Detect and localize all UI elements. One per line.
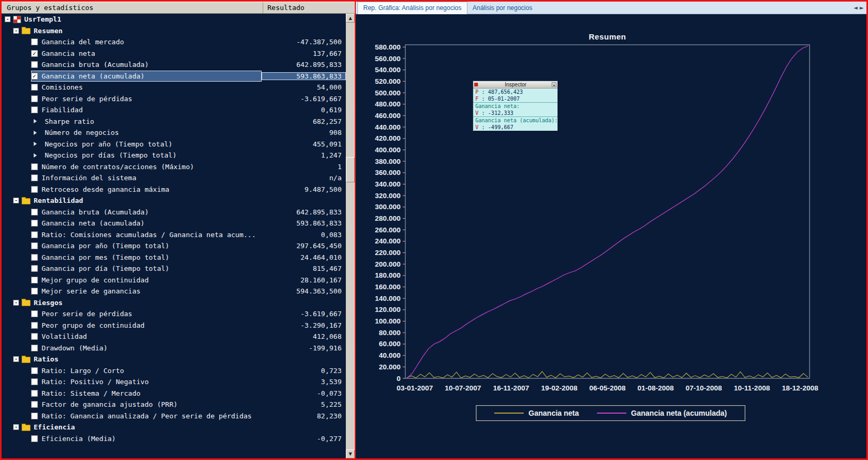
stat-checkbox[interactable] bbox=[31, 378, 38, 385]
stat-checkbox[interactable] bbox=[31, 38, 38, 45]
stat-checkbox[interactable] bbox=[31, 401, 38, 408]
tree-stat-row[interactable]: ✓Ganancia neta (acumulada)593.863,833 bbox=[2, 71, 346, 82]
stat-checkbox[interactable] bbox=[31, 322, 38, 329]
stat-label: Retroceso desde ganancia máxima bbox=[42, 185, 169, 193]
expand-toggle[interactable]: - bbox=[5, 16, 11, 22]
svg-text:260.000: 260.000 bbox=[375, 226, 401, 234]
stat-checkbox[interactable] bbox=[31, 288, 38, 295]
statistics-header: Grupos y estadísticos Resultado bbox=[2, 2, 355, 14]
tree-stat-row[interactable]: Ratio: Largo / Corto0,723 bbox=[2, 365, 346, 377]
tree-stat-row[interactable]: Negocios por días (Tiempo total)1,247 bbox=[2, 150, 346, 161]
tree-stat-row[interactable]: Factor de ganancia ajustado (PRR)5,225 bbox=[2, 399, 346, 410]
tab-scroll-right-button[interactable]: ► bbox=[860, 5, 864, 11]
tree-stat-row[interactable]: Información del sisteman/a bbox=[2, 172, 346, 184]
expand-arrow-icon[interactable] bbox=[34, 119, 40, 123]
expand-arrow-icon[interactable] bbox=[34, 142, 40, 146]
stat-checkbox[interactable] bbox=[31, 163, 38, 170]
stat-checkbox[interactable] bbox=[31, 95, 38, 102]
stat-checkbox[interactable] bbox=[31, 254, 38, 261]
stat-checkbox[interactable] bbox=[31, 435, 38, 442]
tree-stat-row[interactable]: Retroceso desde ganancia máxima9.487,500 bbox=[2, 184, 346, 195]
tree-stat-row[interactable]: Ganancia neta (acumulada)593.863,833 bbox=[2, 218, 346, 229]
scrollbar-thumb[interactable] bbox=[346, 157, 355, 182]
stat-checkbox[interactable] bbox=[31, 277, 38, 283]
inspector-titlebar[interactable]: Inspector ▴ bbox=[473, 81, 557, 89]
tree-stat-row[interactable]: Ganancia bruta (Acumulada)642.895,833 bbox=[2, 207, 346, 218]
scrollbar-track[interactable] bbox=[346, 23, 355, 449]
tree-stat-row[interactable]: Ganancia del mercado-47.387,500 bbox=[2, 36, 346, 48]
tree-group-row[interactable]: -Riesgos bbox=[2, 297, 346, 309]
tree-stat-row[interactable]: Ganancia por mes (Tiempo total)24.464,01… bbox=[2, 252, 346, 263]
stat-checkbox[interactable] bbox=[31, 265, 38, 272]
legend-label: Ganancia neta bbox=[528, 409, 579, 417]
tree-stat-row[interactable]: Ratio: Positivo / Negativo3,539 bbox=[2, 376, 346, 388]
expand-toggle[interactable]: - bbox=[13, 356, 19, 362]
inspector-icon bbox=[474, 83, 478, 86]
tree-stat-row[interactable]: Peor serie de pérdidas-3.619,667 bbox=[2, 308, 346, 320]
tree-stat-row[interactable]: Sharpe ratio682,257 bbox=[2, 116, 346, 128]
tab-scroll-left-button[interactable]: ◄ bbox=[854, 5, 858, 11]
inspector-panel[interactable]: Inspector ▴ P : 487,656,423 F : 05-01-20… bbox=[473, 81, 558, 131]
tree-stat-row[interactable]: Ratio: Comisiones acumuladas / Ganancia … bbox=[2, 229, 346, 241]
tree-stat-row[interactable]: Peor grupo de continuidad-3.290,167 bbox=[2, 320, 346, 331]
stat-checkbox[interactable]: ✓ bbox=[31, 73, 38, 80]
scroll-up-button[interactable]: ▲ bbox=[346, 14, 355, 23]
svg-text:300.000: 300.000 bbox=[375, 203, 401, 211]
tree-group-row[interactable]: -Eficiencia bbox=[2, 422, 346, 433]
tree-stat-row[interactable]: Ganancia bruta (Acumulada)642.895,833 bbox=[2, 59, 346, 71]
tree-stat-row[interactable]: Mejor grupo de continuidad28.160,167 bbox=[2, 275, 346, 286]
scroll-down-button[interactable]: ▼ bbox=[346, 449, 355, 458]
tree-stat-row[interactable]: Mejor serie de ganancias594.363,500 bbox=[2, 286, 346, 297]
tree-scrollbar[interactable]: ▲ ▼ bbox=[346, 14, 355, 458]
stat-checkbox[interactable] bbox=[31, 242, 38, 249]
stat-checkbox[interactable] bbox=[31, 310, 38, 317]
stat-checkbox[interactable] bbox=[31, 84, 38, 91]
column-header-result[interactable]: Resultado bbox=[263, 2, 355, 13]
tree-stat-row[interactable]: Volatilidad412,068 bbox=[2, 331, 346, 342]
stat-checkbox[interactable] bbox=[31, 220, 38, 227]
stat-checkbox[interactable] bbox=[31, 186, 38, 193]
stat-checkbox[interactable] bbox=[31, 345, 38, 351]
stat-checkbox[interactable] bbox=[31, 333, 38, 340]
stat-checkbox[interactable] bbox=[31, 61, 38, 68]
tree-group-row[interactable]: -Rentabilidad bbox=[2, 195, 346, 207]
tree-stat-row[interactable]: Ganancia por año (Tiempo total)297.645,4… bbox=[2, 240, 346, 252]
tree-stat-row[interactable]: Número de negocios908 bbox=[2, 127, 346, 139]
expand-toggle[interactable]: - bbox=[13, 424, 19, 430]
tab-analisis-negocios[interactable]: Análisis por negocios bbox=[467, 2, 537, 14]
tree-stat-row[interactable]: ✓Ganancia neta137,667 bbox=[2, 48, 346, 60]
expand-toggle[interactable]: - bbox=[13, 300, 19, 306]
stat-checkbox[interactable] bbox=[31, 390, 38, 397]
stat-value: -3.619,667 bbox=[262, 310, 346, 318]
tree-stat-row[interactable]: Ratio: Sistema / Mercado-0,073 bbox=[2, 388, 346, 399]
stat-checkbox[interactable] bbox=[31, 106, 38, 113]
stat-checkbox[interactable]: ✓ bbox=[31, 50, 38, 57]
stat-label: Drawdown (Media) bbox=[42, 344, 107, 352]
tree-stat-row[interactable]: Peor serie de pérdidas-3.619,667 bbox=[2, 93, 346, 105]
stat-checkbox[interactable] bbox=[31, 231, 38, 238]
column-header-groups[interactable]: Grupos y estadísticos bbox=[2, 2, 263, 13]
stat-checkbox[interactable] bbox=[31, 413, 38, 419]
inspector-collapse-button[interactable]: ▴ bbox=[552, 82, 556, 87]
expand-toggle[interactable]: - bbox=[13, 198, 19, 203]
stat-checkbox[interactable] bbox=[31, 367, 38, 374]
tree-stat-row[interactable]: Número de contratos/acciones (Máximo)1 bbox=[2, 161, 346, 173]
chart-area: Resumen 020.00040.00060.00080.000100.000… bbox=[356, 14, 866, 458]
tree-stat-row[interactable]: Eficiencia (Media)-0,277 bbox=[2, 433, 346, 445]
stat-checkbox[interactable] bbox=[31, 174, 38, 181]
tree-stat-row[interactable]: Ratio: Ganancia anualizada / Peor serie … bbox=[2, 410, 346, 422]
tree-stat-row[interactable]: Ganancia por día (Tiempo total)815,467 bbox=[2, 263, 346, 275]
tree-group-row[interactable]: -Resumen bbox=[2, 25, 346, 37]
tree-stat-row[interactable]: Drawdown (Media)-199,916 bbox=[2, 342, 346, 354]
tree-group-row[interactable]: -Ratios bbox=[2, 354, 346, 365]
tree-stat-row[interactable]: Negocios por año (Tiempo total)455,091 bbox=[2, 139, 346, 150]
tree-stat-row[interactable]: Fiabilidad0,619 bbox=[2, 104, 346, 116]
expand-arrow-icon[interactable] bbox=[34, 131, 40, 135]
stat-checkbox[interactable] bbox=[31, 209, 38, 216]
tree-root-row[interactable]: -UsrTempl1 bbox=[2, 14, 346, 25]
expand-arrow-icon[interactable] bbox=[34, 153, 40, 158]
expand-toggle[interactable]: - bbox=[13, 28, 19, 34]
equity-chart[interactable]: 020.00040.00060.00080.000100.000120.0001… bbox=[356, 14, 866, 458]
tab-rep-grafica[interactable]: Rep. Gráfica: Análisis por negocios bbox=[357, 2, 467, 14]
tree-stat-row[interactable]: Comisiones54,000 bbox=[2, 82, 346, 93]
